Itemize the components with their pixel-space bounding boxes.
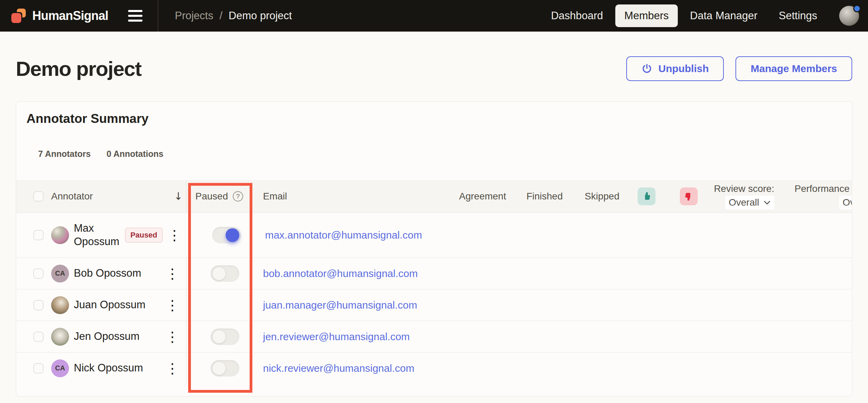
annotations-count: 0 Annotations (106, 149, 163, 159)
finished-cell (505, 289, 562, 321)
annotator-summary-card: Annotator Summary 7 Annotators 0 Annotat… (16, 101, 852, 396)
performance-cell (782, 353, 852, 384)
row-checkbox[interactable] (33, 300, 44, 310)
nav-item-settings[interactable]: Settings (770, 4, 826, 27)
nav-item-data-manager[interactable]: Data Manager (681, 4, 766, 27)
hamburger-menu-icon[interactable] (128, 10, 142, 22)
member-name: Nick Opossum (74, 361, 143, 375)
breadcrumb-projects-link[interactable]: Projects (175, 10, 213, 22)
agreement-cell (459, 353, 505, 384)
row-checkbox[interactable] (33, 230, 44, 240)
finished-cell (505, 321, 562, 352)
main-navigation: DashboardMembersData ManagerSettings (542, 4, 826, 27)
annotator-table: Annotator ↓ Paused ? Email Agreement Fin… (16, 180, 852, 384)
member-name: Max Opossum (74, 222, 119, 249)
finished-column-header: Finished (526, 191, 563, 202)
avatar (51, 226, 69, 244)
thumbs-down-column-header (680, 187, 698, 205)
thumbs-down-cell (665, 321, 703, 352)
row-checkbox[interactable] (33, 363, 44, 373)
agreement-cell (459, 321, 505, 352)
thumbs-up-cell (619, 258, 665, 289)
email-link[interactable]: jen.reviewer@humansignal.com (263, 331, 410, 343)
card-title: Annotator Summary (16, 102, 852, 126)
sort-descending-icon[interactable]: ↓ (174, 190, 183, 202)
paused-toggle[interactable] (210, 360, 239, 377)
row-checkbox[interactable] (33, 268, 44, 279)
online-status-dot (853, 5, 861, 12)
kebab-menu-icon[interactable]: ⋮ (165, 298, 179, 312)
finished-cell (505, 353, 562, 384)
email-link[interactable]: juan.manager@humansignal.com (263, 299, 417, 311)
table-row: Max Opossum Paused ⋮ max.annotator@human… (16, 213, 852, 257)
avatar: CA (51, 359, 69, 377)
paused-toggle[interactable] (212, 227, 241, 243)
review-score-cell (703, 353, 782, 384)
kebab-menu-icon[interactable]: ⋮ (165, 361, 179, 375)
table-row: CA Bob Opossom ⋮ bob.annotator@humansign… (16, 257, 852, 289)
performance-dropdown[interactable]: Overall (839, 196, 852, 209)
performance-cell (784, 213, 852, 257)
breadcrumb-separator: / (219, 10, 222, 22)
brand-name: HumanSignal (32, 9, 108, 23)
member-name: Jen Opossum (74, 330, 139, 343)
performance-column-header: Performance Overall (795, 183, 852, 209)
nav-item-members[interactable]: Members (615, 4, 677, 27)
topbar-divider (158, 0, 158, 32)
kebab-menu-icon[interactable]: ⋮ (165, 330, 179, 344)
thumbs-down-cell (665, 258, 703, 289)
thumbs-up-cell (619, 289, 665, 321)
review-score-dropdown[interactable]: Overall (725, 196, 774, 209)
email-link[interactable]: nick.reviewer@humansignal.com (263, 362, 414, 374)
thumbs-up-icon (641, 191, 652, 202)
paused-column-header: Paused (195, 191, 228, 202)
email-link[interactable]: bob.annotator@humansignal.com (263, 268, 418, 279)
skipped-column-header: Skipped (585, 191, 619, 202)
thumbs-down-cell (665, 353, 703, 384)
agreement-column-header: Agreement (459, 191, 506, 202)
email-column-header: Email (263, 191, 287, 202)
row-checkbox[interactable] (33, 332, 44, 342)
help-icon[interactable]: ? (233, 191, 243, 202)
thumbs-up-cell (619, 321, 665, 352)
paused-toggle[interactable] (210, 329, 239, 345)
avatar: CA (51, 265, 69, 283)
breadcrumb-current: Demo project (229, 10, 292, 22)
select-all-checkbox[interactable] (33, 191, 44, 202)
table-header-row: Annotator ↓ Paused ? Email Agreement Fin… (16, 180, 852, 213)
paused-toggle[interactable] (210, 265, 239, 282)
agreement-cell (459, 258, 505, 289)
kebab-menu-icon[interactable]: ⋮ (168, 228, 181, 242)
thumbs-down-cell (667, 213, 705, 257)
manage-members-button[interactable]: Manage Members (735, 56, 852, 81)
review-score-column-header: Review score: Overall (714, 183, 774, 209)
skipped-cell (562, 353, 619, 384)
kebab-menu-icon[interactable]: ⋮ (165, 267, 179, 280)
table-body: Max Opossum Paused ⋮ max.annotator@human… (16, 213, 852, 384)
table-row: Juan Opossum ⋮ juan.manager@humansignal.… (16, 289, 852, 321)
brand[interactable]: HumanSignal (10, 8, 108, 24)
member-name: Bob Opossom (74, 267, 141, 280)
agreement-cell (459, 289, 505, 321)
annotator-column-header: Annotator (51, 191, 93, 202)
skipped-cell (564, 213, 621, 257)
thumbs-down-icon (684, 191, 694, 202)
performance-cell (782, 321, 852, 352)
page-header: Demo project Unpublish Manage Members (0, 32, 868, 81)
annotators-count: 7 Annotators (38, 149, 91, 159)
performance-cell (782, 258, 852, 289)
nav-item-dashboard[interactable]: Dashboard (542, 4, 612, 27)
finished-cell (505, 258, 562, 289)
table-row: CA Nick Opossum ⋮ nick.reviewer@humansig… (16, 352, 852, 384)
unpublish-button[interactable]: Unpublish (626, 56, 724, 81)
review-score-cell (703, 321, 782, 352)
humansignal-logo-icon (10, 8, 27, 24)
user-avatar[interactable] (839, 6, 859, 26)
thumbs-up-cell (621, 213, 667, 257)
power-icon (641, 63, 652, 74)
finished-cell (507, 213, 564, 257)
email-link[interactable]: max.annotator@humansignal.com (265, 229, 422, 241)
agreement-cell (461, 213, 507, 257)
performance-cell (782, 289, 852, 321)
review-score-cell (703, 289, 782, 321)
